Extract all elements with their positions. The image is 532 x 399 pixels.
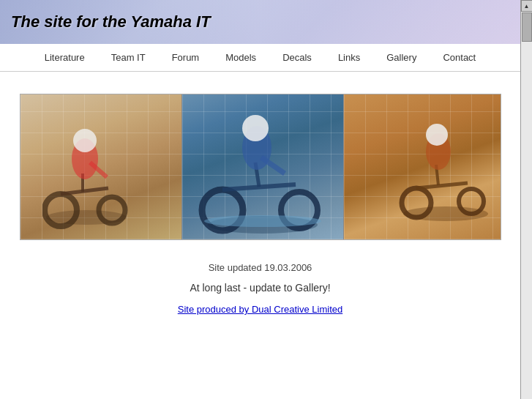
photo-grid-container <box>0 72 520 251</box>
nav-models[interactable]: Models <box>212 50 269 65</box>
header-banner: The site for the Yamaha IT <box>0 0 520 44</box>
svg-line-3 <box>61 188 108 194</box>
rider-left-svg <box>42 115 130 232</box>
nav-contact[interactable]: Contact <box>430 50 489 65</box>
svg-line-20 <box>416 183 468 188</box>
photo-panel-left <box>20 94 181 239</box>
nav-team-it[interactable]: Team IT <box>98 50 159 65</box>
svg-point-16 <box>204 215 321 227</box>
rider-mid-svg <box>197 108 329 236</box>
nav-decals[interactable]: Decals <box>269 50 325 65</box>
site-title: The site for the Yamaha IT <box>0 12 211 31</box>
svg-point-14 <box>242 115 269 141</box>
gallery-update: At long last - update to Gallery! <box>15 282 506 294</box>
navigation: Literature Team IT Forum Models Decals L… <box>0 44 520 72</box>
scroll-track[interactable] <box>521 12 533 399</box>
scroll-thumb[interactable] <box>522 12 532 42</box>
scroll-up-button[interactable]: ▲ <box>521 0 533 12</box>
nav-gallery[interactable]: Gallery <box>373 50 430 65</box>
svg-point-6 <box>73 129 97 152</box>
nav-forum[interactable]: Forum <box>159 50 213 65</box>
site-credit-link[interactable]: Site produced by Dual Creative Limited <box>178 304 342 315</box>
nav-literature[interactable]: Literature <box>31 50 98 65</box>
scrollbar[interactable]: ▲ ▼ <box>520 0 532 399</box>
rider-right-svg <box>398 115 493 225</box>
photo-panel-right <box>344 94 501 239</box>
photo-mosaic <box>20 94 501 240</box>
update-text: Site updated 19.03.2006 <box>15 262 506 273</box>
svg-point-23 <box>426 124 448 146</box>
photo-panel-mid <box>182 94 343 239</box>
content-area: Site updated 19.03.2006 At long last - u… <box>0 251 520 355</box>
nav-links[interactable]: Links <box>325 50 373 65</box>
